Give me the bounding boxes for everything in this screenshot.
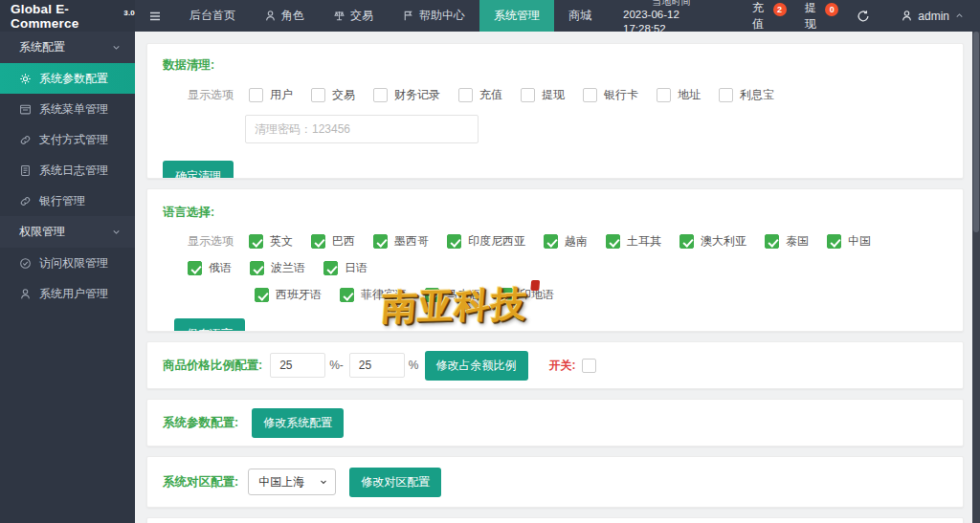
checkbox-recharge[interactable]: [458, 88, 473, 102]
nav-item-mall[interactable]: 商城: [554, 0, 606, 32]
save-language-button[interactable]: 保存语言: [174, 318, 245, 332]
checkbox-withdraw[interactable]: [521, 88, 535, 102]
checkbox-item: 用户: [249, 87, 293, 103]
top-bar: Global E-Commerce 3.0 后台首页 角色 交易 帮助中心: [0, 0, 980, 32]
sidebar-item-label: 系统参数配置: [39, 71, 108, 87]
modify-balance-ratio-button[interactable]: 修改占余额比例: [425, 351, 528, 381]
sidebar-group-label: 权限管理: [19, 224, 65, 240]
sidebar-item-system-user-management[interactable]: 系统用户管理: [0, 278, 135, 309]
language-row-2: 西班牙语 菲律宾语 马来语 印地语: [255, 287, 947, 303]
link-icon: [19, 195, 32, 207]
withdraw-button[interactable]: 提现 0: [790, 0, 842, 32]
nav-label: 帮助中心: [419, 8, 465, 24]
confirm-clean-button[interactable]: 确定清理: [163, 161, 234, 179]
checkbox-label: 西班牙语: [276, 287, 322, 303]
language-panel: 语言选择: 显示选项 英文 巴西 墨西哥 印度尼西亚 越南 土耳其 澳大利亚 泰…: [146, 188, 964, 332]
system-param-title: 系统参数配置:: [163, 415, 238, 431]
checkbox-label: 用户: [270, 87, 293, 103]
person-icon: [19, 288, 32, 300]
modify-system-config-button[interactable]: 修改系统配置: [252, 408, 344, 438]
checkbox-spanish[interactable]: [255, 288, 269, 302]
vertical-scrollbar[interactable]: [972, 32, 980, 523]
sidebar-toggle-button[interactable]: [135, 0, 175, 32]
sidebar-group-label: 系统配置: [19, 39, 65, 55]
checkbox-item: 财务记录: [373, 87, 440, 103]
checkbox-item: 日语: [323, 260, 368, 276]
checkbox-thailand[interactable]: [765, 234, 779, 249]
checkbox-item: 泰国: [765, 233, 809, 250]
checkbox-item: 利息宝: [719, 87, 774, 103]
checkbox-china[interactable]: [827, 234, 841, 249]
refresh-button[interactable]: [841, 0, 885, 32]
nav-item-dashboard[interactable]: 后台首页: [175, 0, 250, 32]
checkbox-filipino[interactable]: [340, 288, 354, 302]
switch-label: 开关:: [549, 358, 576, 374]
app-logo: Global E-Commerce 3.0: [0, 0, 135, 32]
link-icon: [19, 134, 32, 146]
checkbox-address[interactable]: [657, 88, 671, 102]
app-logo-text: Global E-Commerce: [11, 2, 122, 31]
checkbox-finance-records[interactable]: [373, 88, 388, 102]
sidebar-item-bank-management[interactable]: 银行管理: [0, 185, 135, 216]
checkbox-interest-treasure[interactable]: [719, 88, 733, 102]
checkbox-mexico[interactable]: [373, 234, 388, 249]
sidebar-item-system-log-management[interactable]: 系统日志管理: [0, 155, 135, 185]
checkbox-label: 中国: [848, 233, 871, 250]
checkbox-users[interactable]: [249, 88, 263, 102]
checkbox-english[interactable]: [249, 234, 263, 249]
sidebar-group-system-config[interactable]: 系统配置: [0, 32, 135, 63]
clean-password-input[interactable]: [245, 115, 479, 143]
price-ratio-max-input[interactable]: [349, 353, 405, 378]
checkbox-label: 巴西: [332, 233, 355, 250]
checkbox-label: 财务记录: [394, 87, 440, 103]
recharge-label: 充值: [752, 0, 774, 33]
price-ratio-min-input[interactable]: [270, 353, 325, 378]
sidebar-item-payment-method-management[interactable]: 支付方式管理: [0, 124, 135, 155]
sidebar-group-permission-management[interactable]: 权限管理: [0, 216, 135, 248]
checkbox-russian[interactable]: [188, 261, 202, 275]
modify-zone-config-button[interactable]: 修改对区配置: [349, 468, 441, 497]
checkbox-indonesia[interactable]: [447, 234, 461, 249]
nav-item-roles[interactable]: 角色: [250, 0, 319, 32]
chevron-down-icon: [319, 477, 328, 487]
checkbox-label: 泰国: [786, 233, 809, 250]
sidebar-item-system-menu-management[interactable]: 系统菜单管理: [0, 94, 135, 124]
checkbox-japanese[interactable]: [323, 261, 338, 275]
sidebar: 系统配置 系统参数配置 系统菜单管理 支付方式管理 系统日志管理 银行管理 权限…: [0, 32, 135, 523]
checkbox-label: 土耳其: [627, 233, 661, 250]
zone-select[interactable]: 中国上海: [248, 469, 336, 495]
withdraw-badge: 0: [825, 3, 838, 16]
checkbox-label: 墨西哥: [394, 233, 429, 250]
checkbox-turkey[interactable]: [606, 234, 620, 249]
nav-item-trade[interactable]: 交易: [319, 0, 388, 32]
checkbox-polish[interactable]: [250, 261, 264, 275]
checkbox-label: 俄语: [209, 260, 232, 276]
checkbox-label: 澳大利亚: [701, 233, 746, 250]
data-clean-panel: 数据清理: 显示选项 用户 交易 财务记录 充值 提现 银行卡 地址 利息宝 确…: [146, 43, 964, 179]
nav-item-help-center[interactable]: 帮助中心: [388, 0, 479, 32]
recharge-button[interactable]: 充值 2: [737, 0, 790, 32]
main-nav: 后台首页 角色 交易 帮助中心 系统管理 商城: [175, 0, 606, 32]
checkbox-bank-card[interactable]: [583, 88, 597, 102]
options-label: 显示选项: [188, 87, 234, 103]
checkbox-vietnam[interactable]: [544, 234, 558, 249]
switch-checkbox[interactable]: [582, 359, 596, 373]
user-menu[interactable]: admin: [885, 0, 980, 32]
checkbox-item: 澳大利亚: [679, 233, 746, 250]
sidebar-item-label: 系统日志管理: [39, 163, 108, 179]
sidebar-item-label: 系统菜单管理: [39, 101, 108, 118]
checkbox-malay[interactable]: [425, 288, 439, 302]
percent-sep-label: %-: [329, 359, 344, 372]
scrollbar-thumb[interactable]: [973, 32, 979, 232]
sidebar-item-label: 支付方式管理: [39, 132, 108, 148]
checkbox-trades[interactable]: [311, 88, 325, 102]
nav-item-system-management[interactable]: 系统管理: [479, 0, 554, 32]
checkbox-item: 巴西: [311, 233, 355, 250]
checkbox-hindi[interactable]: [499, 288, 513, 302]
recharge-badge: 2: [773, 3, 787, 16]
checkbox-item: 西班牙语: [255, 287, 322, 303]
checkbox-australia[interactable]: [679, 234, 694, 249]
checkbox-brazil[interactable]: [311, 234, 325, 249]
sidebar-item-access-permission-management[interactable]: 访问权限管理: [0, 248, 135, 278]
sidebar-item-system-param-config[interactable]: 系统参数配置: [0, 63, 135, 94]
